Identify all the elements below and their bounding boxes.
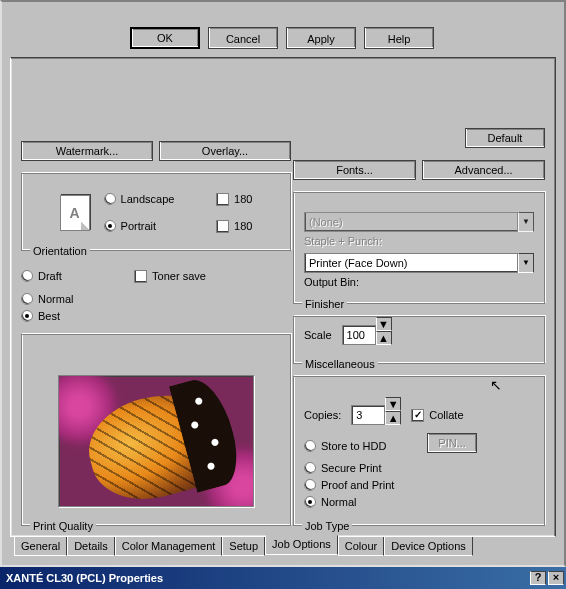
preview-thumbnail: [58, 375, 254, 507]
overlay-button[interactable]: Overlay...: [159, 141, 291, 161]
cursor-icon: ↖: [490, 377, 502, 393]
tab-job-options[interactable]: Job Options: [265, 535, 338, 555]
client-area: General Details Color Management Setup J…: [0, 0, 566, 567]
print-quality-group: Print Quality: [21, 334, 291, 526]
apply-button[interactable]: Apply: [286, 27, 356, 49]
rotate-180-a[interactable]: 180: [216, 220, 280, 233]
radio-icon: [21, 310, 33, 322]
copies-spinner[interactable]: ▲▼: [351, 405, 401, 425]
spin-down-icon[interactable]: ▼: [385, 397, 401, 411]
default-button[interactable]: Default: [465, 128, 545, 148]
cancel-button[interactable]: Cancel: [208, 27, 278, 49]
tab-strip: General Details Color Management Setup J…: [10, 537, 556, 557]
toner-save-label: Toner save: [152, 271, 206, 283]
staple-select: (None) ▼: [304, 212, 534, 232]
pin-button: PIN...: [427, 433, 477, 453]
tab-details[interactable]: Details: [67, 536, 115, 556]
footer-buttons: OK Cancel Apply Help: [10, 27, 556, 49]
job-store[interactable]: Store to HDD: [304, 440, 424, 452]
tab-general[interactable]: General: [14, 536, 67, 556]
finisher-group: Finisher Output Bin: Printer (Face Down)…: [293, 192, 545, 304]
checkbox-icon: [411, 409, 424, 422]
checkbox-icon: [134, 270, 147, 283]
radio-icon: [104, 194, 116, 206]
spin-up-icon[interactable]: ▲: [376, 331, 392, 345]
ok-button[interactable]: OK: [130, 27, 200, 49]
job-proof[interactable]: Proof and Print: [304, 479, 534, 491]
radio-icon: [304, 496, 316, 508]
quality-best-row[interactable]: Best: [21, 310, 291, 322]
advanced-button[interactable]: Advanced...: [422, 160, 545, 180]
paper-icon: [60, 195, 90, 231]
radio-icon: [304, 440, 316, 452]
tab-color-management[interactable]: Color Management: [115, 536, 223, 556]
fonts-button[interactable]: Fonts...: [293, 160, 416, 180]
checkbox-icon: [216, 220, 229, 233]
checkbox-icon: [216, 193, 229, 206]
tab-colour[interactable]: Colour: [338, 536, 384, 556]
output-bin-select[interactable]: Printer (Face Down) ▼: [304, 253, 534, 273]
job-normal[interactable]: Normal: [304, 496, 534, 508]
group-title-orientation: Orientation: [30, 245, 90, 257]
group-title-job-type: Job Type: [302, 520, 352, 532]
orient-landscape-row[interactable]: Landscape: [104, 194, 202, 206]
rotate-180-b[interactable]: 180: [216, 193, 280, 206]
orient-portrait-row[interactable]: Portrait: [104, 221, 202, 233]
quality-draft-label: Draft: [38, 270, 62, 282]
radio-icon: [21, 293, 33, 305]
titlebar[interactable]: XANTÉ CL30 (PCL) Properties ? ×: [0, 567, 566, 589]
radio-icon: [21, 270, 33, 282]
group-title-finisher: Finisher: [302, 298, 347, 310]
quality-normal-label: Normal: [38, 293, 73, 305]
tab-device-options[interactable]: Device Options: [384, 536, 473, 556]
properties-window: XANTÉ CL30 (PCL) Properties ? × General …: [0, 0, 566, 589]
scale-spinner[interactable]: ▲▼: [342, 325, 392, 345]
copies-input[interactable]: [351, 405, 385, 425]
job-secure[interactable]: Secure Print: [304, 462, 534, 474]
scale-label: Scale: [304, 329, 332, 341]
group-title-print-quality: Print Quality: [30, 520, 96, 532]
misc-group: Miscellaneous Scale ▲▼: [293, 316, 545, 364]
copies-label: Copies:: [304, 409, 341, 421]
output-bin-label: Output Bin:: [304, 276, 534, 288]
chevron-down-icon[interactable]: ▼: [518, 253, 534, 273]
quality-normal-row[interactable]: Normal: [21, 293, 291, 305]
toner-save-row[interactable]: Toner save: [134, 270, 206, 283]
job-type-group: Job Type Normal Proof and Print Secure P…: [293, 376, 545, 526]
spin-up-icon[interactable]: ▲: [385, 411, 401, 425]
help-button-footer[interactable]: Help: [364, 27, 434, 49]
radio-icon: [304, 479, 316, 491]
quality-best-label: Best: [38, 310, 60, 322]
watermark-button[interactable]: Watermark...: [21, 141, 153, 161]
help-button[interactable]: ?: [530, 571, 546, 585]
group-title-misc: Miscellaneous: [302, 358, 378, 370]
window-title: XANTÉ CL30 (PCL) Properties: [6, 572, 530, 584]
scale-input[interactable]: [342, 325, 376, 345]
quality-draft-row[interactable]: Draft: [21, 270, 131, 282]
radio-icon: [304, 462, 316, 474]
spin-down-icon[interactable]: ▼: [376, 317, 392, 331]
tab-setup[interactable]: Setup: [222, 536, 265, 556]
close-button[interactable]: ×: [548, 571, 564, 585]
chevron-down-icon: ▼: [518, 212, 534, 232]
staple-label: Staple + Punch:: [304, 235, 534, 247]
radio-icon: [104, 221, 116, 233]
collate-row[interactable]: Collate: [411, 409, 463, 422]
orientation-group: Orientation Portrait 180: [21, 173, 291, 251]
tab-panel: Print Quality Best Normal: [10, 57, 556, 537]
